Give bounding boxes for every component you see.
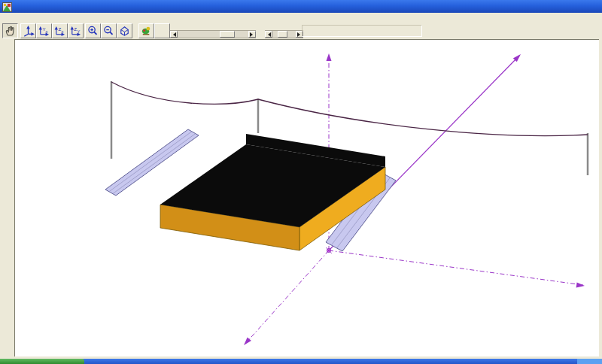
active-area-panel bbox=[302, 25, 422, 37]
west-axis bbox=[245, 250, 329, 344]
screen: { "window": { "title_app": "Global scene… bbox=[0, 0, 602, 364]
left-arrow-icon bbox=[266, 32, 271, 37]
right-arrow-icon bbox=[250, 32, 255, 37]
ground-panel-strip bbox=[105, 129, 199, 196]
svg-text:x: x bbox=[61, 29, 63, 34]
power-wire bbox=[258, 99, 588, 135]
zenith-arrowhead bbox=[327, 53, 332, 61]
view-xz-icon: Z x bbox=[53, 25, 66, 38]
title-bar[interactable] bbox=[0, 0, 602, 13]
render-view-button[interactable] bbox=[138, 23, 154, 38]
render-icon bbox=[140, 25, 153, 38]
panel-seam bbox=[109, 132, 192, 192]
height-slider[interactable] bbox=[265, 30, 303, 38]
south-arrowhead bbox=[576, 283, 585, 288]
west-arrowhead bbox=[244, 338, 251, 346]
menu-bar bbox=[0, 13, 602, 23]
svg-text:Y: Y bbox=[77, 29, 80, 34]
south-axis bbox=[329, 250, 583, 285]
scene-3d-view[interactable] bbox=[14, 39, 599, 356]
axes-origin-marker bbox=[326, 247, 332, 253]
window-title bbox=[16, 2, 35, 11]
prism-icon bbox=[118, 25, 131, 38]
power-wire bbox=[111, 82, 258, 104]
view-xy-button[interactable]: Y x bbox=[36, 23, 52, 38]
panel-seam bbox=[113, 134, 196, 194]
view-xz-button[interactable]: Z x bbox=[52, 23, 68, 38]
pan-tool-button[interactable] bbox=[2, 23, 18, 38]
taskbar bbox=[0, 359, 602, 364]
svg-text:x: x bbox=[45, 29, 47, 34]
scene-canvas[interactable] bbox=[14, 39, 599, 356]
zoom-in-button[interactable] bbox=[85, 23, 101, 38]
view-zy-button[interactable]: Z Y bbox=[68, 23, 84, 38]
view-zy-icon: Z Y bbox=[69, 25, 82, 38]
azimuth-slider-left-arrow[interactable] bbox=[170, 31, 178, 38]
height-slider-left-arrow[interactable] bbox=[265, 31, 272, 38]
azimuth-slider-right-arrow[interactable] bbox=[248, 31, 256, 38]
zoom-out-button[interactable] bbox=[101, 23, 117, 38]
azimuth-slider-thumb[interactable] bbox=[220, 31, 235, 38]
start-button-fragment[interactable] bbox=[0, 359, 84, 364]
azimuth-slider[interactable] bbox=[170, 30, 256, 38]
height-slider-thumb[interactable] bbox=[278, 31, 287, 38]
perspective-view-button[interactable] bbox=[117, 23, 132, 38]
zoom-in-icon bbox=[87, 25, 99, 38]
axes-view-button[interactable] bbox=[20, 23, 36, 38]
left-arrow-icon bbox=[171, 32, 176, 37]
zoom-out-icon bbox=[102, 25, 115, 38]
view-xy-icon: Y x bbox=[38, 25, 50, 38]
axes-icon bbox=[22, 25, 35, 38]
hand-icon bbox=[4, 25, 17, 38]
help-button[interactable] bbox=[154, 23, 170, 38]
system-tray-fragment bbox=[577, 359, 602, 364]
